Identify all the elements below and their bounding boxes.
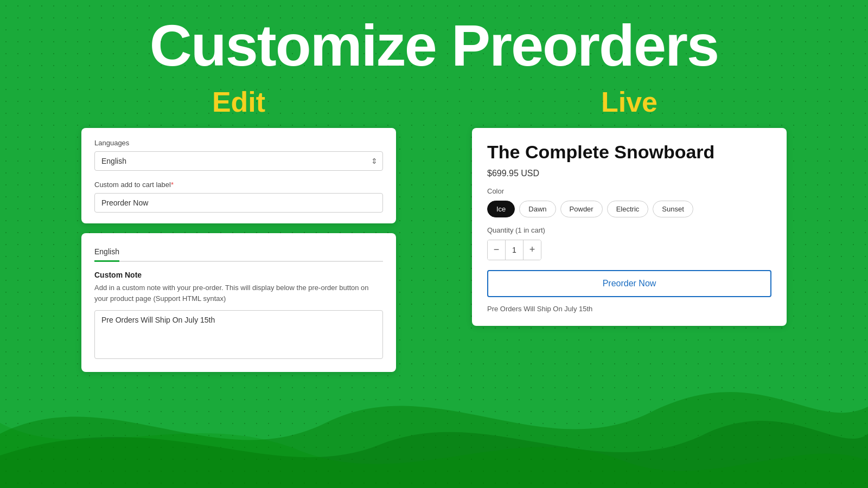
product-title: The Complete Snowboard (487, 141, 771, 163)
custom-label-input[interactable] (94, 193, 383, 213)
preorder-note: Pre Orders Will Ship On July 15th (487, 305, 771, 313)
live-column-title: Live (601, 86, 658, 118)
languages-label: Languages (94, 139, 383, 147)
color-label: Color (487, 187, 771, 195)
product-price: $699.95 USD (487, 169, 771, 178)
quantity-increase-button[interactable]: + (524, 240, 541, 260)
edit-column: Edit Languages English French Spanish Ge… (65, 86, 412, 382)
language-select-wrapper: English French Spanish German ⇕ (94, 151, 383, 171)
edit-card-2: English Custom Note Add in a custom note… (81, 233, 396, 372)
note-title: Custom Note (94, 271, 383, 279)
preorder-now-button[interactable]: Preorder Now (487, 270, 771, 297)
tab-english[interactable]: English (94, 244, 119, 262)
live-column: Live The Complete Snowboard $699.95 USD … (456, 86, 803, 326)
quantity-value: 1 (505, 240, 524, 260)
color-option-sunset[interactable]: Sunset (653, 201, 693, 217)
page-title: Customize Preorders (150, 16, 718, 75)
color-option-ice[interactable]: Ice (487, 201, 515, 217)
quantity-decrease-button[interactable]: − (488, 240, 505, 260)
note-description: Add in a custom note with your pre-order… (94, 282, 383, 304)
tab-bar: English (94, 244, 383, 262)
live-card: The Complete Snowboard $699.95 USD Color… (472, 128, 787, 326)
color-option-electric[interactable]: Electric (607, 201, 649, 217)
quantity-control: − 1 + (487, 240, 541, 260)
main-content: Customize Preorders Edit Languages Engli… (0, 0, 868, 488)
custom-note-textarea[interactable]: Pre Orders Will Ship On July 15th (94, 310, 383, 359)
color-options: Ice Dawn Powder Electric Sunset (487, 201, 771, 217)
quantity-label: Quantity (1 in cart) (487, 226, 771, 234)
color-option-dawn[interactable]: Dawn (519, 201, 556, 217)
language-select[interactable]: English French Spanish German (94, 151, 383, 171)
edit-card-1: Languages English French Spanish German … (81, 128, 396, 223)
color-option-powder[interactable]: Powder (560, 201, 603, 217)
required-indicator: * (171, 181, 174, 189)
columns-container: Edit Languages English French Spanish Ge… (0, 86, 868, 382)
custom-label-field-label: Custom add to cart label* (94, 181, 383, 189)
edit-column-title: Edit (212, 86, 265, 118)
